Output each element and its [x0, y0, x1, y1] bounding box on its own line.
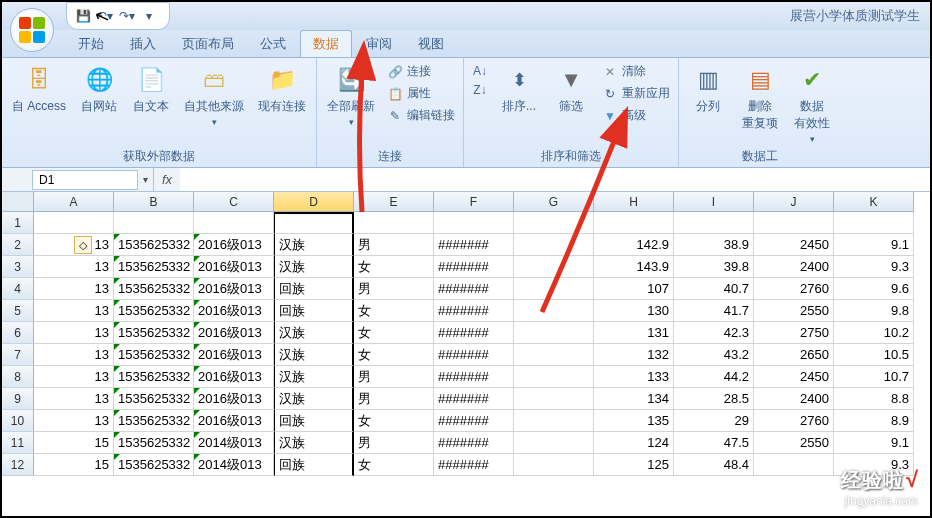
cell[interactable]: 39.8	[674, 256, 754, 278]
cell[interactable]: 133	[594, 366, 674, 388]
column-header[interactable]: A	[34, 192, 114, 212]
cell[interactable]: 女	[354, 410, 434, 432]
row-header[interactable]: 6	[2, 322, 34, 344]
cell[interactable]	[514, 410, 594, 432]
cell[interactable]: 47.5	[674, 432, 754, 454]
cell[interactable]: 2016级013	[194, 256, 274, 278]
cell[interactable]: 40.7	[674, 278, 754, 300]
cell[interactable]: 2400	[754, 256, 834, 278]
cell[interactable]: #######	[434, 454, 514, 476]
column-header[interactable]: E	[354, 192, 434, 212]
cell[interactable]: 9.3	[834, 256, 914, 278]
sort-button[interactable]: ⬍排序...	[496, 62, 542, 117]
sort-desc-button[interactable]: Z↓	[470, 81, 490, 99]
filter-button[interactable]: ▼筛选	[548, 62, 594, 117]
cell[interactable]: 1535625332	[114, 344, 194, 366]
cell[interactable]: 8.8	[834, 388, 914, 410]
cell[interactable]: 男	[354, 234, 434, 256]
cell[interactable]: 2550	[754, 300, 834, 322]
cell[interactable]: 132	[594, 344, 674, 366]
row-header[interactable]: 2	[2, 234, 34, 256]
properties-button[interactable]: 📋属性	[385, 84, 457, 103]
cell[interactable]: #######	[434, 344, 514, 366]
data-validation-button[interactable]: ✔数据 有效性▾	[789, 62, 835, 146]
column-header[interactable]: H	[594, 192, 674, 212]
cell[interactable]: 2016级013	[194, 410, 274, 432]
cell[interactable]: 42.3	[674, 322, 754, 344]
cell[interactable]: 130	[594, 300, 674, 322]
cell[interactable]	[194, 212, 274, 234]
cell[interactable]: #######	[434, 432, 514, 454]
formula-input[interactable]	[180, 168, 930, 191]
smart-tag-icon[interactable]: ◇	[74, 236, 92, 254]
cell[interactable]	[34, 212, 114, 234]
cell[interactable]	[514, 344, 594, 366]
cell[interactable]: 131	[594, 322, 674, 344]
row-header[interactable]: 10	[2, 410, 34, 432]
cell[interactable]	[434, 212, 514, 234]
cell[interactable]: 汉族	[274, 344, 354, 366]
cell[interactable]: 10.7	[834, 366, 914, 388]
cell[interactable]: #######	[434, 322, 514, 344]
cell[interactable]: 2016级013	[194, 388, 274, 410]
cell[interactable]: 2760	[754, 278, 834, 300]
tab-审阅[interactable]: 审阅	[354, 31, 404, 57]
cell[interactable]: 2016级013	[194, 344, 274, 366]
cell[interactable]: 125	[594, 454, 674, 476]
tab-开始[interactable]: 开始	[66, 31, 116, 57]
tab-公式[interactable]: 公式	[248, 31, 298, 57]
cell[interactable]: 38.9	[674, 234, 754, 256]
cell[interactable]: #######	[434, 234, 514, 256]
cell[interactable]: 1535625332	[114, 454, 194, 476]
redo-icon[interactable]: ↷▾	[119, 8, 135, 24]
cell[interactable]: 134	[594, 388, 674, 410]
office-button[interactable]	[10, 8, 54, 52]
cell[interactable]	[514, 454, 594, 476]
cell[interactable]: 1535625332	[114, 234, 194, 256]
cell[interactable]: 2014级013	[194, 454, 274, 476]
existing-conn-button[interactable]: 📁现有连接	[254, 62, 310, 117]
cell[interactable]: 1535625332	[114, 256, 194, 278]
cell[interactable]: #######	[434, 278, 514, 300]
sort-asc-button[interactable]: A↓	[470, 62, 490, 80]
cell[interactable]	[594, 212, 674, 234]
row-header[interactable]: 11	[2, 432, 34, 454]
cell[interactable]: 43.2	[674, 344, 754, 366]
cell[interactable]: 2550	[754, 432, 834, 454]
column-header[interactable]: B	[114, 192, 194, 212]
row-header[interactable]: 12	[2, 454, 34, 476]
from-web-button[interactable]: 🌐自网站	[76, 62, 122, 117]
cell[interactable]: 1535625332	[114, 432, 194, 454]
cell[interactable]: 1535625332	[114, 388, 194, 410]
cell[interactable]	[514, 432, 594, 454]
cell[interactable]: 1535625332	[114, 322, 194, 344]
cell[interactable]: 9.8	[834, 300, 914, 322]
cell[interactable]: 41.7	[674, 300, 754, 322]
cell[interactable]: 男	[354, 278, 434, 300]
advanced-button[interactable]: ▼高级	[600, 106, 672, 125]
clear-filter-button[interactable]: ✕清除	[600, 62, 672, 81]
cell[interactable]: 女	[354, 322, 434, 344]
cell[interactable]	[354, 212, 434, 234]
tab-页面布局[interactable]: 页面布局	[170, 31, 246, 57]
cell[interactable]: 135	[594, 410, 674, 432]
cell[interactable]: 15	[34, 454, 114, 476]
cell[interactable]: 13	[34, 388, 114, 410]
text-to-columns-button[interactable]: ▥分列	[685, 62, 731, 117]
cell[interactable]: 13	[34, 344, 114, 366]
cell[interactable]: #######	[434, 366, 514, 388]
cell[interactable]: 44.2	[674, 366, 754, 388]
cell[interactable]: 9.1	[834, 432, 914, 454]
refresh-all-button[interactable]: 🔄全部刷新▾	[323, 62, 379, 129]
cell[interactable]: 2400	[754, 388, 834, 410]
cell[interactable]: 回族	[274, 300, 354, 322]
cell[interactable]: 124	[594, 432, 674, 454]
cell[interactable]: 13	[34, 410, 114, 432]
cell[interactable]: 男	[354, 388, 434, 410]
cell[interactable]: 回族	[274, 454, 354, 476]
column-header[interactable]: J	[754, 192, 834, 212]
cell[interactable]: 男	[354, 432, 434, 454]
row-header[interactable]: 9	[2, 388, 34, 410]
cell[interactable]	[514, 212, 594, 234]
cell[interactable]: 1535625332	[114, 410, 194, 432]
